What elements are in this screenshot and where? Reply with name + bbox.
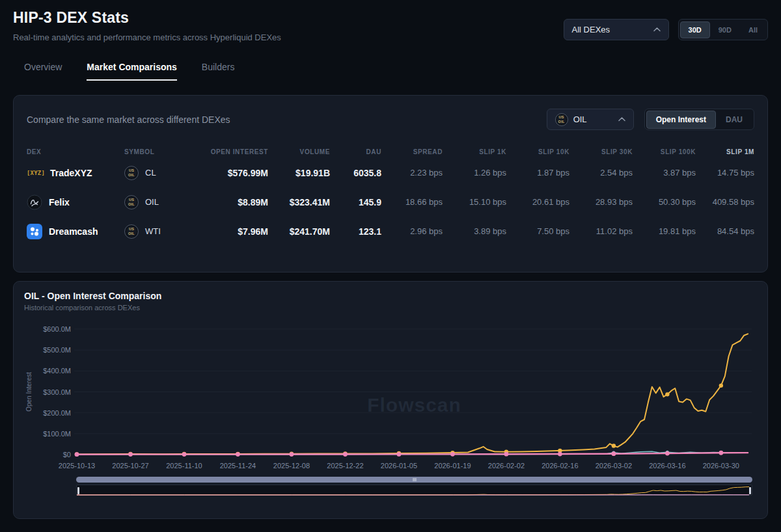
x-tick-label: 2026-01-05 (381, 462, 417, 470)
column-header-slip-100k[interactable]: SLIP 100K (633, 148, 696, 155)
x-tick-label: 2026-03-02 (596, 462, 632, 470)
table-row[interactable]: DreamcashUSOILWTI$7.96M$241.70M123.12.96… (27, 217, 754, 246)
dex-filter-select[interactable]: All DEXes (564, 19, 669, 40)
header-controls: All DEXes 30D90DAll (564, 19, 768, 40)
spread-cell: 2.96 bps (381, 226, 443, 236)
marker-dot-felix (450, 452, 455, 457)
time-range-30d[interactable]: 30D (680, 21, 710, 38)
column-header-volume[interactable]: VOLUME (268, 148, 330, 155)
time-range-all[interactable]: All (740, 21, 766, 38)
metric-toggle-open-interest[interactable]: Open Interest (646, 111, 716, 129)
tab-builders[interactable]: Builders (202, 62, 235, 81)
brush-left-handle[interactable] (77, 487, 79, 494)
page-header: HIP-3 DEX Stats Real-time analytics and … (13, 9, 768, 42)
marker-dot-tradexyz (612, 444, 616, 447)
marker-dot-felix (611, 451, 616, 456)
column-header-slip-1m[interactable]: SLIP 1M (696, 148, 754, 155)
chevron-up-icon (618, 117, 625, 122)
slip-1k-cell: 1.26 bps (443, 168, 506, 178)
column-header-slip-1k[interactable]: SLIP 1K (443, 148, 506, 155)
dex-cell: [XYZ]TradeXYZ (27, 168, 124, 178)
watermark: Flowscan (367, 394, 461, 416)
tab-market-comparisons[interactable]: Market Comparisons (87, 62, 176, 81)
marker-dot-felix (75, 452, 79, 457)
column-header-slip-10k[interactable]: SLIP 10K (506, 148, 569, 155)
symbol-cell: USOILOIL (124, 195, 180, 209)
metric-toggle-group: Open InterestDAU (644, 109, 754, 130)
dex-name: TradeXYZ (50, 168, 92, 178)
marker-dot-felix (558, 452, 562, 457)
symbol-label: CL (145, 168, 156, 178)
x-tick-label: 2026-02-16 (541, 462, 578, 470)
column-header-open-interest[interactable]: OPEN INTEREST (180, 148, 268, 155)
column-header-spread[interactable]: SPREAD (381, 148, 443, 155)
market-comparison-card: Compare the same market across different… (13, 95, 768, 273)
minimap-sparkline (77, 485, 753, 496)
y-tick-label: $100.0M (43, 430, 71, 438)
y-axis-label: Open Interest (25, 372, 33, 412)
symbol-label: OIL (145, 197, 159, 207)
marker-dot-felix (397, 452, 402, 457)
spread-cell: 2.23 bps (381, 168, 443, 178)
dex-name: Felix (49, 197, 70, 207)
symbol-cell: USOILCL (124, 166, 180, 180)
dex-filter-value: All DEXes (572, 25, 648, 34)
slip-100k-cell: 19.81 bps (633, 226, 696, 236)
dau-cell: 6035.8 (330, 168, 381, 178)
comparison-card-controls: USOIL OIL Open InterestDAU (547, 109, 754, 130)
slip-1m-cell: 84.54 bps (696, 226, 754, 236)
tradexyz-logo-icon: [XYZ] (27, 170, 44, 176)
tab-overview[interactable]: Overview (24, 62, 62, 81)
marker-dot-felix (182, 452, 187, 457)
marker-dot-felix (236, 452, 240, 457)
x-tick-label: 2026-01-19 (434, 462, 471, 470)
y-tick-label: $400.0M (43, 367, 71, 375)
x-tick-label: 2025-12-08 (273, 462, 310, 470)
spread-cell: 18.66 bps (381, 197, 443, 207)
column-header-symbol[interactable]: SYMBOL (124, 148, 180, 155)
x-tick-label: 2026-03-30 (703, 462, 739, 470)
dex-cell: Dreamcash (27, 224, 124, 239)
marker-dot-felix (290, 452, 294, 457)
page: HIP-3 DEX Stats Real-time analytics and … (0, 0, 781, 532)
y-tick-label: $0 (63, 451, 71, 459)
slip-100k-cell: 50.30 bps (633, 197, 696, 207)
slip-30k-cell: 28.93 bps (569, 197, 633, 207)
tab-bar: OverviewMarket ComparisonsBuilders (13, 62, 768, 81)
dreamcash-logo-icon (27, 224, 42, 239)
us-oil-coin-icon: USOIL (124, 195, 139, 209)
column-header-dex[interactable]: DEX (27, 148, 124, 155)
column-header-dau[interactable]: DAU (330, 148, 381, 155)
market-select[interactable]: USOIL OIL (547, 109, 634, 130)
slip-10k-cell: 1.87 bps (506, 168, 569, 178)
brush-right-handle[interactable] (749, 487, 751, 494)
slip-1k-cell: 3.89 bps (443, 226, 506, 236)
x-tick-label: 2025-12-22 (327, 462, 363, 470)
chart-minimap-brush[interactable] (76, 485, 752, 496)
open-interest-chart: $0$100.0M$200.0M$300.0M$400.0M$500.0M$60… (24, 315, 758, 475)
chart-title: OIL - Open Interest Comparison (24, 291, 757, 301)
dex-name: Dreamcash (49, 226, 98, 237)
table-row[interactable]: FelixUSOILOIL$8.89M$323.41M145.918.66 bp… (27, 187, 754, 217)
volume-cell: $323.41M (268, 197, 330, 207)
symbol-cell: USOILWTI (124, 224, 180, 239)
slip-30k-cell: 2.54 bps (569, 168, 633, 178)
open-interest-cell: $8.89M (180, 197, 268, 207)
dau-cell: 123.1 (330, 226, 381, 237)
felix-logo-icon (27, 194, 42, 210)
table-row[interactable]: [XYZ]TradeXYZUSOILCL$576.99M$19.91B6035.… (27, 158, 754, 187)
oi-comparison-chart-card: OIL - Open Interest Comparison Historica… (13, 281, 768, 519)
volume-cell: $19.91B (268, 168, 330, 178)
metric-toggle-dau[interactable]: DAU (716, 111, 752, 129)
time-range-90d[interactable]: 90D (710, 21, 740, 38)
marker-dot-tradexyz (665, 392, 669, 396)
chart-range-slider[interactable] (76, 477, 752, 483)
slip-100k-cell: 3.87 bps (633, 168, 696, 178)
column-header-slip-30k[interactable]: SLIP 30K (569, 148, 633, 155)
dau-cell: 145.9 (330, 197, 381, 207)
y-tick-label: $200.0M (43, 409, 71, 417)
marker-dot-felix (343, 452, 348, 457)
x-tick-label: 2026-02-02 (488, 462, 525, 470)
slip-1k-cell: 15.10 bps (443, 197, 506, 207)
slider-grip-icon[interactable] (413, 478, 416, 481)
